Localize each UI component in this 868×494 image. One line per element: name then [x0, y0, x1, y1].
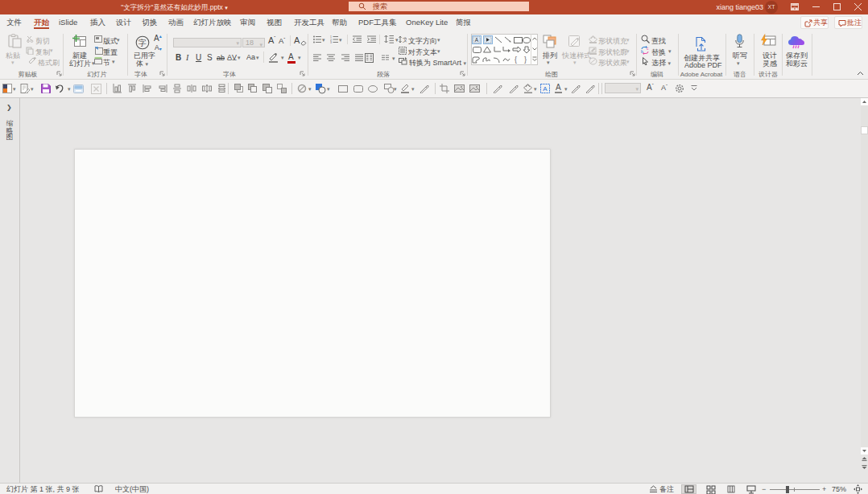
svg-text:b: b — [641, 49, 643, 54]
svg-text:c: c — [647, 46, 649, 51]
svg-text:3: 3 — [330, 41, 332, 43]
svg-text:字: 字 — [138, 38, 147, 47]
svg-text:文: 文 — [403, 36, 407, 43]
svg-text:A: A — [475, 37, 479, 43]
svg-text:A: A — [543, 85, 548, 93]
